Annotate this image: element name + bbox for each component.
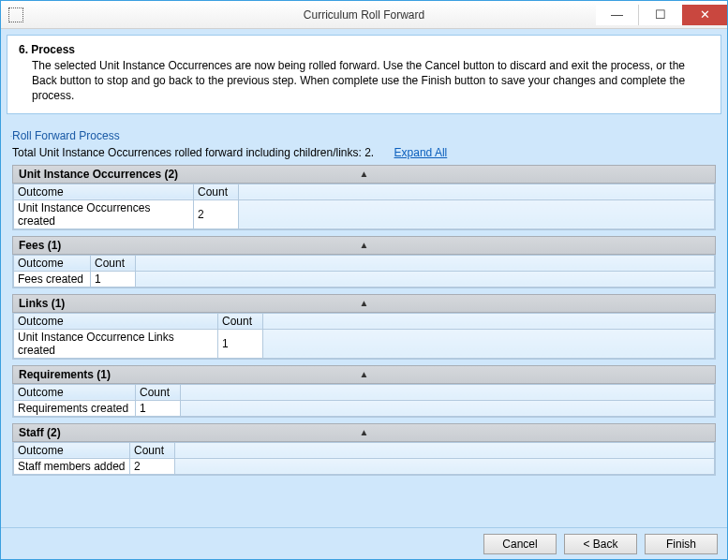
section-header-fees[interactable]: Fees (1) ▲ [12,236,716,255]
col-count: Count [136,384,181,400]
cell-count: 2 [194,199,239,228]
close-button[interactable]: ✕ [682,5,727,25]
cell-rest [263,329,715,358]
table-row: Requirements created 1 [14,400,715,416]
summary-row: Total Unit Instance Occurrences rolled f… [12,146,716,159]
section-title: Requirements (1) [19,368,111,381]
collapse-caret-icon: ▲ [360,298,369,308]
table-row: Fees created 1 [14,271,715,287]
roll-forward-groupbox: Roll Forward Process Total Unit Instance… [10,122,718,518]
col-rest [239,184,715,199]
section-header-uio[interactable]: Unit Instance Occurrences (2) ▲ [12,165,716,184]
col-outcome: Outcome [14,384,136,400]
groupbox-legend: Roll Forward Process [12,129,720,142]
section-header-staff[interactable]: Staff (2) ▲ [12,423,716,442]
cell-rest [239,199,715,228]
section-header-links[interactable]: Links (1) ▲ [12,294,716,313]
grid-staff: Outcome Count Staff members added 2 [12,442,716,476]
cancel-button[interactable]: Cancel [483,534,557,554]
col-outcome: Outcome [14,255,91,271]
grid-uio: Outcome Count Unit Instance Occurrences … [12,184,716,230]
collapse-caret-icon: ▲ [360,369,369,379]
step-header-panel: 6. Process The selected Unit Instance Oc… [7,35,721,114]
col-outcome: Outcome [14,313,218,329]
col-count: Count [218,313,263,329]
table-row: Unit Instance Occurrences created 2 [14,199,715,228]
cell-count: 1 [218,329,263,358]
cell-count: 1 [91,271,136,287]
cell-count: 2 [130,458,175,474]
cell-outcome: Staff members added [14,458,130,474]
col-rest [263,313,715,329]
col-rest [181,384,715,400]
finish-button[interactable]: Finish [645,534,718,554]
cell-outcome: Requirements created [14,400,136,416]
expand-all-link[interactable]: Expand All [394,146,448,159]
section-uio: Unit Instance Occurrences (2) ▲ Outcome … [12,165,716,230]
section-title: Unit Instance Occurrences (2) [19,168,178,181]
col-rest [175,442,715,458]
col-outcome: Outcome [14,184,194,199]
minimize-button[interactable]: — [596,5,639,25]
section-header-reqs[interactable]: Requirements (1) ▲ [12,365,716,384]
section-fees: Fees (1) ▲ Outcome Count Fees created 1 [12,236,716,288]
content-area: 6. Process The selected Unit Instance Oc… [1,29,727,527]
section-title: Links (1) [19,297,65,310]
section-title: Fees (1) [19,239,61,252]
step-description: The selected Unit Instance Occurrences a… [32,58,709,104]
section-links: Links (1) ▲ Outcome Count Unit Instance … [12,294,716,360]
window-controls: — ☐ ✕ [596,5,727,25]
collapse-caret-icon: ▲ [360,427,369,437]
cell-rest [175,458,715,474]
button-bar: Cancel < Back Finish [1,527,727,559]
title-bar: Curriculum Roll Forward — ☐ ✕ [1,1,727,29]
cell-count: 1 [136,400,181,416]
table-row: Unit Instance Occurrence Links created 1 [14,329,715,358]
system-icon [8,7,23,22]
dialog-window: Curriculum Roll Forward — ☐ ✕ 6. Process… [0,0,728,560]
col-outcome: Outcome [14,442,130,458]
col-count: Count [194,184,239,199]
step-title: 6. Process [19,43,709,56]
section-title: Staff (2) [19,426,61,439]
cell-outcome: Fees created [14,271,91,287]
cell-rest [136,271,715,287]
grid-links: Outcome Count Unit Instance Occurrence L… [12,313,716,360]
cell-outcome: Unit Instance Occurrence Links created [14,329,218,358]
col-rest [136,255,715,271]
section-staff: Staff (2) ▲ Outcome Count Staff members … [12,423,716,476]
maximize-button[interactable]: ☐ [639,5,682,25]
table-row: Staff members added 2 [14,458,715,474]
summary-text: Total Unit Instance Occurrences rolled f… [12,146,374,159]
collapse-caret-icon: ▲ [360,240,369,250]
cell-outcome: Unit Instance Occurrences created [14,199,194,228]
section-reqs: Requirements (1) ▲ Outcome Count Require… [12,365,716,418]
col-count: Count [91,255,136,271]
back-button[interactable]: < Back [564,534,637,554]
grid-fees: Outcome Count Fees created 1 [12,255,716,288]
grid-reqs: Outcome Count Requirements created 1 [12,384,716,418]
cell-rest [181,400,715,416]
col-count: Count [130,442,175,458]
collapse-caret-icon: ▲ [360,169,369,179]
